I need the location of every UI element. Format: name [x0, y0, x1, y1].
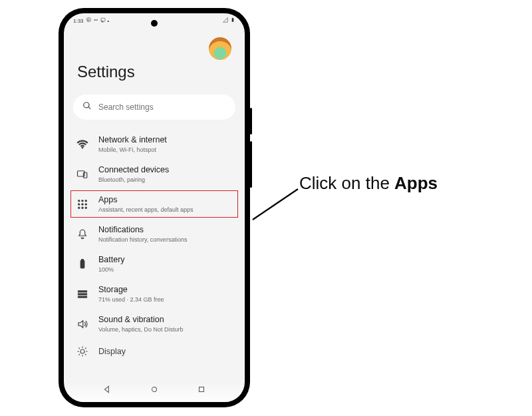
settings-header: Settings: [64, 28, 245, 85]
item-label: Battery: [98, 255, 125, 265]
wifi-icon: [76, 138, 89, 151]
svg-point-14: [78, 206, 80, 208]
svg-rect-5: [232, 18, 233, 19]
svg-point-2: [96, 19, 97, 20]
search-icon: [82, 101, 92, 113]
brightness-icon: [76, 345, 89, 358]
cast-icon: [100, 17, 106, 24]
dot-icon: •: [108, 19, 109, 23]
svg-point-8: [78, 200, 80, 202]
callout-line-icon: [253, 188, 303, 221]
settings-item-notifications[interactable]: Notifications Notification history, conv…: [64, 219, 245, 249]
nav-recents-icon[interactable]: [197, 385, 206, 397]
svg-point-22: [80, 349, 84, 353]
svg-point-1: [95, 19, 96, 20]
svg-point-12: [82, 203, 84, 205]
svg-rect-32: [199, 387, 203, 392]
svg-rect-18: [82, 259, 84, 260]
item-sub: Assistant, recent apps, default apps: [98, 206, 194, 213]
avatar[interactable]: [209, 37, 231, 60]
settings-item-display[interactable]: Display: [64, 339, 245, 364]
item-sub: Volume, haptics, Do Not Disturb: [98, 326, 184, 333]
svg-rect-21: [78, 296, 87, 298]
svg-line-28: [85, 354, 86, 355]
svg-point-13: [85, 203, 87, 205]
item-sub: Bluetooth, pairing: [98, 176, 169, 183]
svg-point-11: [78, 203, 80, 205]
item-label: Connected devices: [98, 165, 169, 175]
settings-list: Network & internet Mobile, Wi-Fi, hotspo…: [64, 126, 245, 364]
settings-item-sound[interactable]: Sound & vibration Volume, haptics, Do No…: [64, 309, 245, 339]
svg-point-16: [85, 206, 87, 208]
svg-line-30: [85, 347, 86, 349]
svg-rect-20: [78, 293, 87, 294]
svg-rect-3: [101, 18, 105, 21]
gear-icon: [86, 17, 91, 24]
item-sub: 100%: [98, 266, 125, 273]
item-sub: 71% used · 2.34 GB free: [98, 296, 164, 303]
settings-item-battery[interactable]: Battery 100%: [64, 249, 245, 279]
svg-point-31: [152, 387, 156, 392]
sound-icon: [76, 317, 89, 331]
search-pill[interactable]: [73, 95, 235, 120]
svg-rect-19: [78, 290, 87, 292]
svg-line-27: [78, 347, 80, 349]
item-label: Network & internet: [98, 135, 167, 145]
item-label: Sound & vibration: [98, 315, 184, 325]
item-sub: Notification history, conversations: [98, 236, 187, 243]
svg-rect-17: [80, 260, 84, 268]
callout-text: Click on the Apps: [299, 173, 438, 194]
apps-grid-icon: [76, 198, 89, 211]
phone-side-button: [250, 141, 252, 188]
search-input[interactable]: [98, 103, 226, 112]
settings-item-storage[interactable]: Storage 71% used · 2.34 GB free: [64, 279, 245, 309]
battery-icon: [76, 258, 89, 271]
status-dots-icon: [93, 17, 98, 24]
devices-icon: [76, 168, 89, 181]
svg-line-29: [78, 354, 80, 355]
navigation-bar: [64, 382, 245, 402]
item-sub: Mobile, Wi-Fi, hotspot: [98, 146, 167, 153]
svg-point-15: [82, 206, 84, 208]
svg-rect-7: [84, 172, 87, 178]
svg-rect-4: [232, 18, 234, 21]
phone-side-button: [250, 108, 252, 134]
bell-icon: [76, 228, 89, 241]
svg-point-10: [85, 200, 87, 202]
settings-item-devices[interactable]: Connected devices Bluetooth, pairing: [64, 159, 245, 189]
item-label: Storage: [98, 285, 164, 295]
settings-item-network[interactable]: Network & internet Mobile, Wi-Fi, hotspo…: [64, 129, 245, 159]
svg-line-33: [253, 189, 298, 220]
camera-cutout: [151, 20, 158, 27]
phone-screen: 1:33 •: [64, 13, 245, 402]
settings-item-apps[interactable]: Apps Assistant, recent apps, default app…: [64, 189, 245, 219]
page-title: Settings: [77, 63, 231, 81]
battery-icon: [230, 17, 235, 24]
status-time: 1:33: [73, 18, 84, 24]
item-label: Notifications: [98, 225, 187, 235]
svg-point-0: [94, 19, 94, 20]
svg-point-9: [82, 200, 84, 202]
nav-home-icon[interactable]: [150, 385, 159, 397]
nav-back-icon[interactable]: [102, 385, 112, 397]
storage-icon: [76, 288, 89, 301]
phone-frame: 1:33 •: [59, 8, 250, 407]
item-label: Apps: [98, 195, 194, 205]
item-label: Display: [98, 347, 126, 357]
signal-icon: [223, 17, 228, 24]
